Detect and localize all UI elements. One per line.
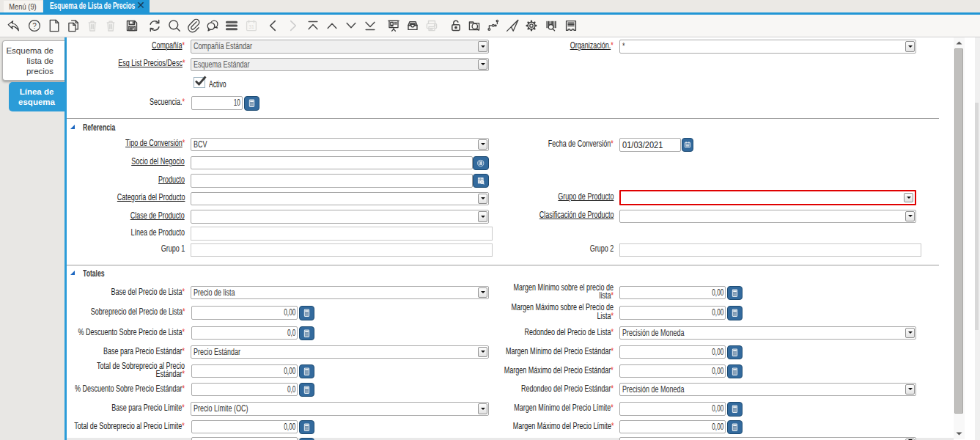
svg-text:?: ?: [32, 22, 37, 30]
svg-text:31: 31: [248, 24, 254, 29]
